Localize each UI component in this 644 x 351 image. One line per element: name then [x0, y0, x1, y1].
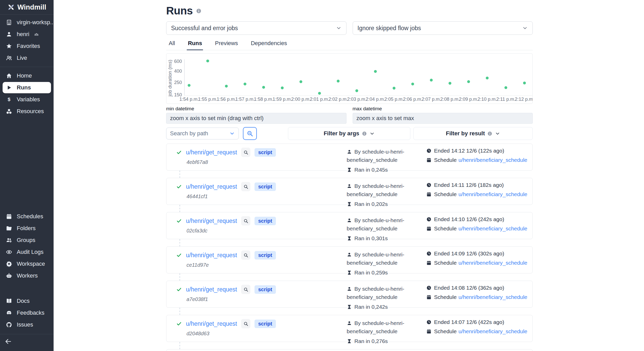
inspect-run-button[interactable] [241, 216, 250, 225]
schedule-link[interactable]: u/henri/beneficiary_schedule [459, 225, 527, 232]
run-schedule: Scheduleu/henri/beneficiary_schedule [426, 157, 527, 163]
run-row[interactable]: u/henri/get_request script 46441cf1 By s… [166, 178, 533, 205]
filter-by-args-button[interactable]: Filter by args [288, 127, 410, 140]
sidebar-item-workers[interactable]: Workers [3, 270, 51, 281]
calendar-icon [426, 226, 431, 231]
search-icon [243, 150, 248, 155]
sidebar-item-issues[interactable]: Issues [3, 319, 51, 330]
person-icon [347, 286, 352, 291]
run-path-link[interactable]: u/henri/get_request [186, 149, 237, 156]
run-row[interactable]: u/henri/get_request script 02cfa3dc By s… [166, 212, 533, 239]
inspect-run-button[interactable] [241, 148, 250, 157]
chart-point [374, 70, 377, 73]
sidebar-divider [0, 67, 54, 67]
run-path-link[interactable]: u/henri/get_request [186, 286, 237, 293]
schedule-link[interactable]: u/henri/beneficiary_schedule [459, 328, 527, 335]
run-row[interactable]: u/henri/get_request script By schedule-u… [166, 349, 533, 351]
run-ended-at: Ended 14:10 12/6 (242s ago) [426, 216, 527, 222]
svg-text:1:54 p.m.: 1:54 p.m. [179, 97, 199, 102]
run-id: 4ebf67a8 [187, 159, 347, 165]
sidebar-item-favorites[interactable]: Favorites [3, 40, 51, 52]
sidebar-item-label: Workspace [17, 261, 45, 267]
min-datetime-input[interactable] [166, 113, 346, 124]
sidebar-item-workspace[interactable]: Workspace [3, 258, 51, 270]
flow-jobs-select[interactable]: Ignore skipped flow jobs [353, 21, 533, 35]
sidebar-item-folders[interactable]: Folders [3, 223, 51, 234]
info-icon[interactable] [196, 8, 201, 14]
job-status-select[interactable]: Successful and error jobs [166, 21, 346, 35]
calendar-icon [426, 329, 431, 334]
job-duration-chart[interactable]: job duration (ms)1502504006001:54 p.m.1:… [166, 53, 533, 104]
person-icon [347, 321, 352, 326]
sidebar-item-label: Workers [17, 272, 38, 279]
sidebar-item-groups[interactable]: Groups [3, 235, 51, 246]
chart-point [300, 80, 302, 83]
search-icon [243, 287, 248, 292]
folder-icon [6, 225, 12, 231]
filter-by-result-button[interactable]: Filter by result [413, 127, 533, 140]
calendar-icon [426, 295, 431, 300]
success-check-icon [176, 218, 182, 224]
job-kind-badge: script [255, 251, 276, 260]
play-icon [6, 85, 12, 91]
svg-text:2:07 p.m.: 2:07 p.m. [422, 97, 441, 102]
run-id: 46441cf1 [187, 194, 347, 199]
clock-icon [426, 285, 431, 290]
sidebar-item-workspace-switcher[interactable]: virgin-worksp... [3, 17, 51, 28]
run-path-link[interactable]: u/henri/get_request [186, 218, 237, 224]
run-path-link[interactable]: u/henri/get_request [186, 183, 237, 190]
svg-text:2:00 p.m.: 2:00 p.m. [291, 97, 310, 102]
schedule-link[interactable]: u/henri/beneficiary_schedule [459, 260, 527, 266]
run-row[interactable]: u/henri/get_request script ce11d97e By s… [166, 246, 533, 273]
tab-all[interactable]: All [168, 37, 176, 50]
run-row[interactable]: u/henri/get_request script a7e038f1 By s… [166, 281, 533, 308]
inspect-run-button[interactable] [241, 319, 250, 328]
tab-dependencies[interactable]: Dependencies [250, 37, 288, 50]
run-schedule: Scheduleu/henri/beneficiary_schedule [426, 294, 527, 300]
sidebar-item-resources[interactable]: Resources [3, 106, 51, 117]
search-button[interactable] [243, 127, 257, 140]
runs-tabs: AllRunsPreviewsDependencies [166, 37, 533, 50]
schedule-link[interactable]: u/henri/beneficiary_schedule [459, 294, 527, 300]
app-logo[interactable]: Windmill [0, 0, 54, 15]
svg-text:1:57 p.m.: 1:57 p.m. [235, 97, 255, 102]
svg-text:1:56 p.m.: 1:56 p.m. [217, 97, 236, 102]
sidebar-item-audit-logs[interactable]: Audit Logs [3, 246, 51, 258]
sidebar-item-user-menu[interactable]: henri [3, 29, 51, 40]
run-duration: Ran in 0,301s [347, 235, 426, 241]
arrow-left-icon[interactable] [5, 338, 12, 345]
schedule-link[interactable]: u/henri/beneficiary_schedule [459, 157, 527, 163]
sidebar-item-runs[interactable]: Runs [3, 82, 51, 93]
calendar-icon [6, 213, 12, 220]
person-icon [347, 149, 352, 154]
clock-icon [426, 182, 431, 188]
sidebar-item-schedules[interactable]: Schedules [3, 211, 51, 222]
schedule-link[interactable]: u/henri/beneficiary_schedule [459, 191, 527, 197]
tab-runs[interactable]: Runs [187, 37, 203, 50]
run-row[interactable]: u/henri/get_request script 4ebf67a8 By s… [166, 144, 533, 171]
hourglass-icon [347, 202, 352, 207]
inspect-run-button[interactable] [241, 182, 250, 191]
max-datetime-input[interactable] [353, 113, 533, 124]
chart-point [244, 82, 247, 85]
max-datetime-label: max datetime [353, 106, 533, 112]
sidebar-item-docs[interactable]: Docs [3, 295, 51, 307]
sidebar-item-live[interactable]: Live [3, 52, 51, 64]
chart-point [430, 79, 433, 81]
chart-point [448, 82, 451, 85]
search-by-path-select[interactable]: Search by path [166, 128, 239, 139]
inspect-run-button[interactable] [241, 285, 250, 294]
hourglass-icon [347, 339, 352, 344]
search-by-path-placeholder: Search by path [170, 130, 208, 137]
tab-previews[interactable]: Previews [214, 37, 239, 50]
search-icon [243, 253, 248, 258]
sidebar-item-feedbacks[interactable]: Feedbacks [3, 307, 51, 319]
sidebar-item-label: Folders [17, 225, 36, 232]
sidebar-item-home[interactable]: Home [3, 70, 51, 81]
sidebar-item-variables[interactable]: $Variables [3, 94, 51, 105]
run-path-link[interactable]: u/henri/get_request [186, 252, 237, 259]
chevron-down-icon [336, 25, 342, 31]
run-path-link[interactable]: u/henri/get_request [186, 320, 237, 327]
inspect-run-button[interactable] [241, 250, 250, 260]
run-row[interactable]: u/henri/get_request script d2048d63 By s… [166, 315, 533, 342]
